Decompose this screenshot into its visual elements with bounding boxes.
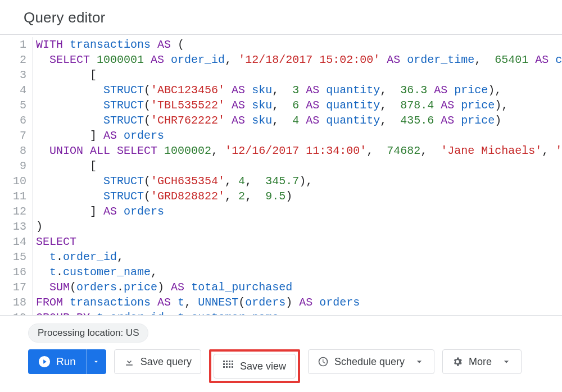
code-line[interactable]: WITH transactions AS (: [36, 37, 562, 52]
grid-icon: [223, 361, 234, 372]
save-view-button[interactable]: Save view: [214, 354, 296, 379]
code-line[interactable]: ] AS orders: [36, 204, 562, 219]
sql-editor[interactable]: 1234567891011121314151617181920 WITH tra…: [0, 35, 562, 316]
code-line[interactable]: SELECT 1000001 AS order_id, '12/18/2017 …: [36, 52, 562, 67]
highlighted-save-view: Save view: [209, 349, 300, 383]
code-line[interactable]: FROM transactions AS t, UNNEST(orders) A…: [36, 295, 562, 310]
code-line[interactable]: GROUP BY t.order_id, t.customer_name: [36, 310, 562, 315]
clock-icon: [318, 356, 329, 367]
play-icon: [38, 355, 51, 368]
button-row: Run Save query Save view Schedule query: [28, 349, 562, 383]
line-number: 2: [0, 52, 26, 67]
processing-location-chip[interactable]: Processing location: US: [28, 323, 148, 343]
line-number: 9: [0, 158, 26, 174]
code-line[interactable]: STRUCT('CHR762222' AS sku, 4 AS quantity…: [36, 113, 562, 128]
code-line[interactable]: [: [36, 67, 562, 83]
more-button[interactable]: More: [442, 349, 522, 374]
gear-icon: [452, 356, 463, 367]
code-line[interactable]: SELECT: [36, 234, 562, 249]
line-number: 15: [0, 249, 26, 265]
line-number: 19: [0, 310, 26, 316]
line-number: 10: [0, 174, 26, 189]
caret-down-icon: [501, 356, 512, 367]
header: Query editor: [0, 0, 562, 35]
caret-down-icon: [92, 358, 100, 366]
code-line[interactable]: t.customer_name,: [36, 265, 562, 280]
line-number: 8: [0, 143, 26, 158]
save-query-button[interactable]: Save query: [114, 349, 201, 374]
save-view-label: Save view: [240, 361, 286, 372]
line-number: 7: [0, 128, 26, 143]
toolbar: Processing location: US Run Save query S…: [0, 316, 562, 392]
line-number: 16: [0, 265, 26, 280]
code-line[interactable]: STRUCT('GRD828822', 2, 9.5): [36, 189, 562, 204]
line-number: 18: [0, 295, 26, 310]
page-title: Query editor: [24, 9, 105, 26]
line-number: 17: [0, 280, 26, 295]
line-gutter: 1234567891011121314151617181920: [0, 37, 33, 315]
schedule-query-label: Schedule query: [334, 356, 405, 368]
code-line[interactable]: STRUCT('GCH635354', 4, 345.7),: [36, 174, 562, 189]
code-line[interactable]: STRUCT('ABC123456' AS sku, 3 AS quantity…: [36, 83, 562, 98]
run-button[interactable]: Run: [28, 349, 86, 374]
code-line[interactable]: ): [36, 219, 562, 234]
line-number: 5: [0, 98, 26, 113]
line-number: 14: [0, 234, 26, 249]
line-number: 4: [0, 83, 26, 98]
download-icon: [124, 356, 135, 367]
code-line[interactable]: UNION ALL SELECT 1000002, '12/16/2017 11…: [36, 143, 562, 158]
code-line[interactable]: [: [36, 158, 562, 174]
schedule-query-button[interactable]: Schedule query: [308, 349, 434, 374]
code-line[interactable]: SUM(orders.price) AS total_purchased: [36, 280, 562, 295]
run-button-label: Run: [56, 355, 76, 368]
line-number: 1: [0, 37, 26, 52]
line-number: 13: [0, 219, 26, 234]
caret-down-icon: [414, 356, 425, 367]
run-button-group: Run: [28, 349, 106, 374]
code-line[interactable]: STRUCT('TBL535522' AS sku, 6 AS quantity…: [36, 98, 562, 113]
line-number: 3: [0, 67, 26, 83]
code-line[interactable]: t.order_id,: [36, 249, 562, 265]
line-number: 12: [0, 204, 26, 219]
save-query-label: Save query: [140, 356, 192, 368]
more-label: More: [469, 356, 492, 368]
line-number: 11: [0, 189, 26, 204]
code-area[interactable]: WITH transactions AS ( SELECT 1000001 AS…: [33, 37, 562, 315]
line-number: 6: [0, 113, 26, 128]
code-line[interactable]: ] AS orders: [36, 128, 562, 143]
run-dropdown-button[interactable]: [86, 349, 106, 374]
